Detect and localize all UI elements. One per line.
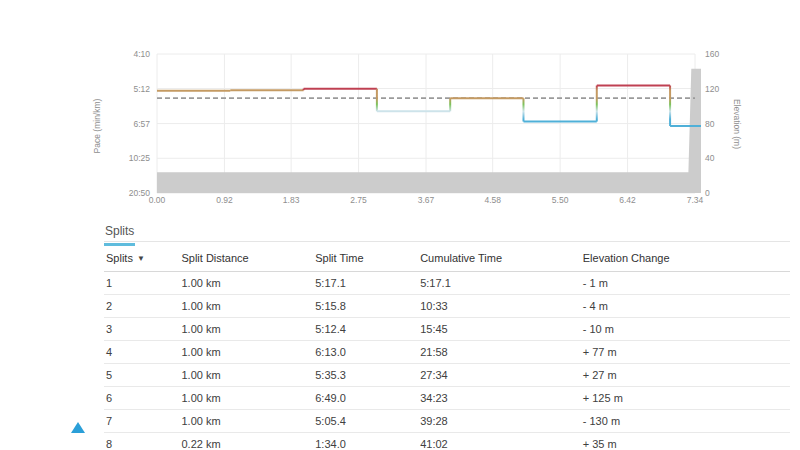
table-row-split-1[interactable]: 11.00 km5:17.15:17.1- 1 m — [104, 272, 790, 295]
table-row-split-6[interactable]: 61.00 km6:49.034:23+ 125 m — [104, 387, 790, 410]
cell-split-time: 5:35.3 — [313, 364, 418, 387]
back-to-top-button[interactable] — [71, 422, 85, 433]
cell-split-distance: 0.22 km — [179, 433, 313, 450]
column-header-cumulative-time[interactable]: Cumulative Time — [418, 249, 581, 272]
cell-split-distance: 1.00 km — [179, 295, 313, 318]
cell-split-time: 5:15.8 — [313, 295, 418, 318]
elevation-tick-label: 40 — [705, 153, 715, 163]
cell-split-time: 6:49.0 — [313, 387, 418, 410]
column-header-label: Split Time — [315, 252, 363, 264]
cell-elevation-change: - 4 m — [581, 295, 790, 318]
column-header-label: Elevation Change — [583, 252, 670, 264]
distance-tick-label: 5.50 — [552, 195, 569, 205]
distance-tick-label: 1.83 — [283, 195, 300, 205]
column-header-label: Splits — [106, 252, 133, 264]
activity-page: 4:105:126:5710:2520:50160120804000.000.9… — [0, 0, 800, 450]
elevation-tick-label: 160 — [705, 49, 719, 59]
distance-tick-label: 4.58 — [484, 195, 501, 205]
pace-tick-label: 4:10 — [133, 49, 150, 59]
cell-cumulative-time: 5:17.1 — [418, 272, 581, 295]
cell-elevation-change: + 77 m — [581, 341, 790, 364]
table-row-split-4[interactable]: 41.00 km6:13.021:58+ 77 m — [104, 341, 790, 364]
cell-splits: 6 — [104, 387, 179, 410]
table-row-split-2[interactable]: 21.00 km5:15.810:33- 4 m — [104, 295, 790, 318]
cell-cumulative-time: 15:45 — [418, 318, 581, 341]
cell-cumulative-time: 21:58 — [418, 341, 581, 364]
pace-tick-label: 10:25 — [129, 153, 151, 163]
cell-splits: 4 — [104, 341, 179, 364]
cell-cumulative-time: 41:02 — [418, 433, 581, 450]
cell-elevation-change: + 125 m — [581, 387, 790, 410]
cell-split-distance: 1.00 km — [179, 318, 313, 341]
cell-splits: 5 — [104, 364, 179, 387]
cell-split-time: 1:34.0 — [313, 433, 418, 450]
cell-elevation-change: + 27 m — [581, 364, 790, 387]
cell-splits: 1 — [104, 272, 179, 295]
column-header-split-distance[interactable]: Split Distance — [179, 249, 313, 272]
cell-elevation-change: + 35 m — [581, 433, 790, 450]
sort-descending-icon: ▼ — [137, 254, 145, 263]
pace-elevation-chart[interactable]: 4:105:126:5710:2520:50160120804000.000.9… — [0, 0, 800, 215]
tab-splits[interactable]: Splits — [104, 222, 135, 246]
elevation-tick-label: 0 — [705, 188, 710, 198]
cell-split-time: 5:12.4 — [313, 318, 418, 341]
cell-cumulative-time: 39:28 — [418, 410, 581, 433]
cell-elevation-change: - 1 m — [581, 272, 790, 295]
cell-split-time: 5:05.4 — [313, 410, 418, 433]
cell-elevation-change: - 10 m — [581, 318, 790, 341]
elevation-tick-label: 80 — [705, 119, 715, 129]
splits-table: Splits▼Split DistanceSplit TimeCumulativ… — [104, 249, 790, 450]
cell-split-distance: 1.00 km — [179, 272, 313, 295]
pace-axis-title: Pace (min/km) — [92, 98, 102, 153]
elevation-axis-title: Elevation (m) — [732, 99, 742, 149]
table-row-split-3[interactable]: 31.00 km5:12.415:45- 10 m — [104, 318, 790, 341]
cell-split-time: 6:13.0 — [313, 341, 418, 364]
cell-cumulative-time: 34:23 — [418, 387, 581, 410]
pace-tick-label: 6:57 — [133, 119, 150, 129]
elevation-tick-label: 120 — [705, 84, 719, 94]
distance-tick-label: 0.00 — [149, 195, 166, 205]
cell-split-distance: 1.00 km — [179, 387, 313, 410]
column-header-splits[interactable]: Splits▼ — [104, 249, 179, 272]
column-header-label: Split Distance — [181, 252, 248, 264]
distance-tick-label: 6.42 — [619, 195, 636, 205]
cell-cumulative-time: 27:34 — [418, 364, 581, 387]
table-header-row: Splits▼Split DistanceSplit TimeCumulativ… — [104, 249, 790, 272]
elevation-area — [157, 69, 701, 193]
cell-elevation-change: - 130 m — [581, 410, 790, 433]
distance-tick-label: 3.67 — [418, 195, 435, 205]
column-header-elevation-change[interactable]: Elevation Change — [581, 249, 790, 272]
tab-bar: Splits — [104, 221, 790, 242]
cell-split-distance: 1.00 km — [179, 410, 313, 433]
pace-tick-label: 20:50 — [129, 188, 151, 198]
table-row-split-8[interactable]: 80.22 km1:34.041:02+ 35 m — [104, 433, 790, 450]
distance-tick-label: 0.92 — [216, 195, 233, 205]
column-header-label: Cumulative Time — [420, 252, 502, 264]
column-header-split-time[interactable]: Split Time — [313, 249, 418, 272]
cell-cumulative-time: 10:33 — [418, 295, 581, 318]
cell-split-time: 5:17.1 — [313, 272, 418, 295]
splits-section: Splits Splits▼Split DistanceSplit TimeCu… — [104, 221, 790, 450]
pace-tick-label: 5:12 — [133, 84, 150, 94]
chart-canvas[interactable]: 4:105:126:5710:2520:50160120804000.000.9… — [0, 0, 800, 215]
cell-split-distance: 1.00 km — [179, 364, 313, 387]
table-row-split-7[interactable]: 71.00 km5:05.439:28- 130 m — [104, 410, 790, 433]
distance-tick-label: 7.34 — [687, 195, 704, 205]
cell-splits: 7 — [104, 410, 179, 433]
cell-split-distance: 1.00 km — [179, 341, 313, 364]
table-row-split-5[interactable]: 51.00 km5:35.327:34+ 27 m — [104, 364, 790, 387]
cell-splits: 3 — [104, 318, 179, 341]
cell-splits: 8 — [104, 433, 179, 450]
cell-splits: 2 — [104, 295, 179, 318]
distance-tick-label: 2.75 — [350, 195, 367, 205]
